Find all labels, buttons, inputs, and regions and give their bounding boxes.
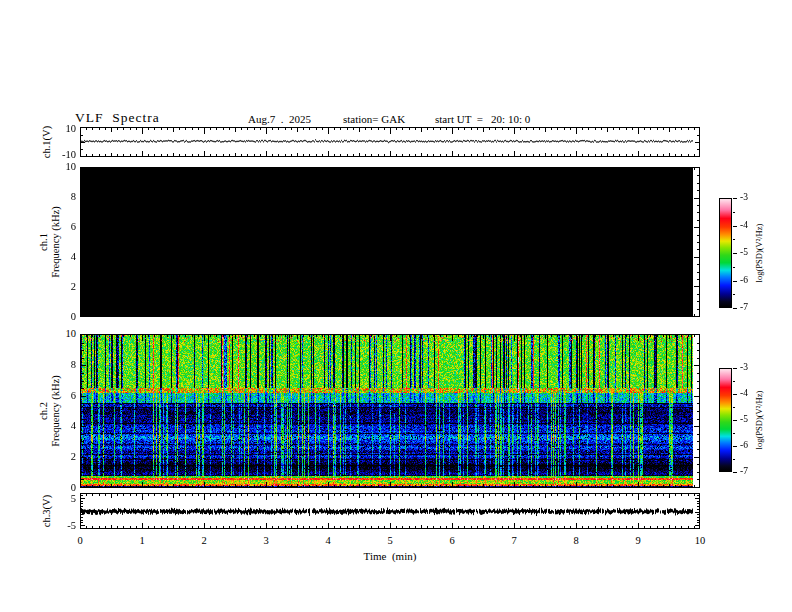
x-tick-mark xyxy=(421,335,422,339)
x-tick-mark xyxy=(161,168,162,170)
x-tick-mark xyxy=(173,525,174,529)
x-tick-mark xyxy=(489,168,490,170)
y-tick-mark xyxy=(81,249,84,250)
x-tick-mark xyxy=(347,526,348,528)
x-tick-mark xyxy=(247,335,248,337)
x-tick-mark xyxy=(588,485,589,487)
x-tick-mark xyxy=(198,154,199,156)
x-tick-mark xyxy=(198,314,199,316)
x-tick-mark xyxy=(216,485,217,487)
ch2-frequency-axis-label-line1: ch.2 xyxy=(38,375,50,446)
x-tick-mark xyxy=(489,314,490,316)
x-tick-mark xyxy=(291,154,292,156)
colorbar-tick-label: -3 xyxy=(740,193,748,203)
x-tick-mark xyxy=(458,494,459,496)
x-tick-mark xyxy=(570,168,571,170)
x-tick-mark xyxy=(148,314,149,316)
x-tick-mark xyxy=(688,128,689,130)
x-tick-mark xyxy=(210,526,211,528)
x-tick-mark xyxy=(173,313,174,317)
x-tick-mark xyxy=(607,484,608,488)
x-tick-mark xyxy=(285,335,286,337)
x-tick-mark xyxy=(371,154,372,156)
y-tick-mark xyxy=(697,264,700,265)
x-tick-mark xyxy=(477,494,478,496)
x-tick-mark xyxy=(520,168,521,170)
x-tick-mark xyxy=(452,151,453,157)
y-tick-label: 4 xyxy=(42,421,76,432)
x-tick-mark xyxy=(458,168,459,170)
x-tick-mark xyxy=(483,484,484,488)
x-tick-mark xyxy=(216,128,217,130)
colorbar-tick-mark xyxy=(733,267,735,268)
x-tick-mark xyxy=(173,335,174,339)
x-tick-mark xyxy=(520,128,521,130)
x-tick-mark xyxy=(173,484,174,488)
x-tick-mark xyxy=(291,168,292,170)
x-tick-mark xyxy=(545,494,546,498)
x-tick-mark xyxy=(316,168,317,170)
y-tick-mark xyxy=(81,358,84,359)
x-tick-mark xyxy=(378,494,379,496)
x-tick-mark xyxy=(557,168,558,170)
x-tick-mark xyxy=(316,335,317,337)
x-tick-mark xyxy=(86,335,87,337)
x-tick-mark xyxy=(415,494,416,496)
y-tick-label: 2 xyxy=(42,282,76,293)
x-tick-label: 3 xyxy=(263,536,268,547)
x-tick-mark xyxy=(130,335,131,337)
y-tick-mark xyxy=(81,183,84,184)
x-tick-mark xyxy=(588,128,589,130)
x-tick-mark xyxy=(588,335,589,337)
x-tick-mark xyxy=(502,485,503,487)
x-tick-mark xyxy=(483,168,484,172)
y-tick-mark xyxy=(697,509,699,510)
x-tick-mark xyxy=(272,128,273,130)
x-tick-mark xyxy=(539,494,540,496)
x-tick-mark xyxy=(278,314,279,316)
x-tick-mark xyxy=(526,128,527,130)
x-tick-mark xyxy=(154,485,155,487)
x-tick-mark xyxy=(626,168,627,170)
x-tick-label: 6 xyxy=(449,536,454,547)
x-tick-mark xyxy=(334,335,335,337)
x-tick-mark xyxy=(545,335,546,339)
x-tick-mark xyxy=(675,154,676,156)
x-tick-mark xyxy=(421,313,422,317)
x-tick-mark xyxy=(644,494,645,496)
x-tick-mark xyxy=(334,168,335,170)
y-tick-mark xyxy=(81,514,83,515)
x-tick-mark xyxy=(123,128,124,130)
x-tick-mark xyxy=(266,168,267,174)
x-tick-mark xyxy=(322,335,323,337)
colorbar-tick-mark xyxy=(733,394,737,395)
y-tick-label: 10 xyxy=(42,162,76,173)
x-tick-mark xyxy=(576,168,577,174)
x-tick-mark xyxy=(105,494,106,496)
x-tick-mark xyxy=(576,311,577,317)
x-tick-mark xyxy=(613,314,614,316)
x-tick-mark xyxy=(396,128,397,130)
x-tick-mark xyxy=(297,494,298,498)
x-tick-mark xyxy=(303,485,304,487)
x-tick-mark xyxy=(582,314,583,316)
x-tick-mark xyxy=(601,168,602,170)
x-tick-mark xyxy=(650,168,651,170)
colorbar-tick-mark xyxy=(733,226,737,227)
y-tick-mark xyxy=(697,381,700,382)
x-tick-mark xyxy=(632,526,633,528)
x-tick-mark xyxy=(551,494,552,496)
x-tick-mark xyxy=(539,314,540,316)
x-tick-mark xyxy=(216,494,217,496)
x-tick-mark xyxy=(433,128,434,130)
x-tick-mark xyxy=(309,494,310,496)
x-tick-mark xyxy=(427,128,428,130)
x-tick-mark xyxy=(272,485,273,487)
x-tick-mark xyxy=(161,335,162,337)
x-tick-mark xyxy=(241,314,242,316)
x-tick-mark xyxy=(192,494,193,496)
x-tick-mark xyxy=(105,526,106,528)
y-tick-mark xyxy=(81,388,84,389)
x-tick-mark xyxy=(477,335,478,337)
x-tick-mark xyxy=(675,168,676,170)
